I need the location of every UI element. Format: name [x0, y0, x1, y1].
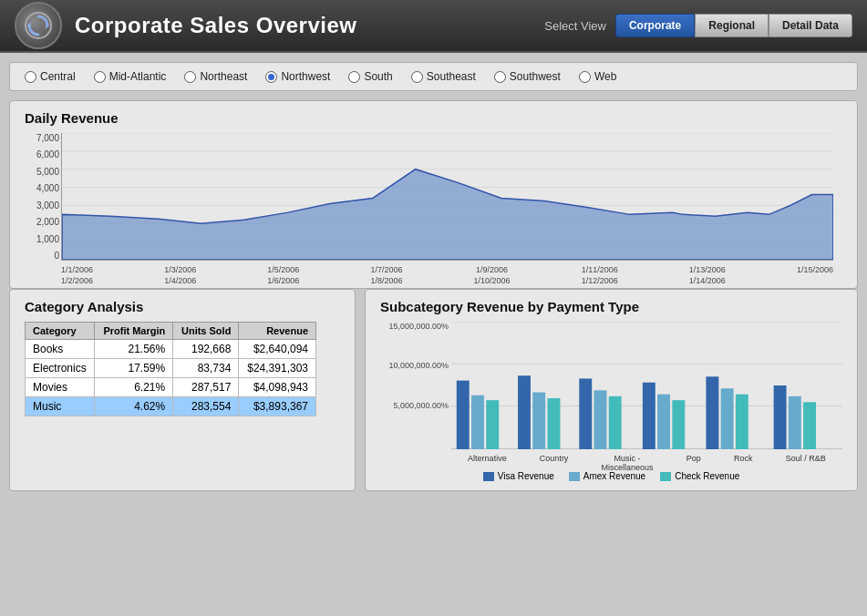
tab-south[interactable]: South	[348, 70, 392, 83]
revenue-line-chart	[61, 133, 833, 261]
y-axis-labels: 7,000 6,000 5,000 4,000 3,000 2,000 1,00…	[25, 133, 59, 261]
radio-central	[25, 71, 36, 83]
col-units-sold: Units Sold	[173, 323, 239, 340]
main-content: Central Mid-Atlantic Northeast Northwest…	[0, 53, 867, 616]
y-bar-label-15m: 15,000,000.00%	[380, 322, 449, 331]
view-btn-regional[interactable]: Regional	[695, 14, 769, 37]
svg-rect-15	[457, 381, 470, 449]
x-label-6: 1/11/2006 1/12/2006	[582, 265, 618, 286]
cell-category: Movies	[26, 378, 95, 397]
svg-rect-25	[657, 395, 670, 449]
svg-rect-31	[789, 396, 801, 449]
svg-marker-10	[62, 169, 833, 260]
bar-chart-area: 15,000,000.00% 10,000,000.00% 5,000,000.…	[380, 322, 842, 467]
daily-revenue-title: Daily Revenue	[25, 110, 842, 126]
cell-revenue: $4,098,943	[239, 378, 316, 397]
table-row[interactable]: Movies 6.21% 287,517 $4,098,943	[26, 378, 316, 397]
svg-rect-28	[721, 388, 734, 449]
svg-rect-16	[471, 395, 484, 449]
cell-revenue: $24,391,303	[239, 359, 316, 378]
legend-amex-color	[569, 472, 580, 481]
svg-rect-18	[518, 375, 531, 449]
tab-southwest[interactable]: Southwest	[494, 70, 561, 83]
x-label-2: 1/3/2006 1/4/2006	[164, 265, 196, 286]
tab-southwest-label: Southwest	[510, 70, 561, 83]
cell-revenue: $2,640,094	[239, 340, 316, 359]
cell-profit-margin: 21.56%	[95, 340, 173, 359]
svg-rect-17	[486, 400, 499, 449]
y-label-4000: 4,000	[25, 183, 59, 193]
tab-central-label: Central	[40, 70, 76, 83]
radio-southeast	[411, 71, 423, 83]
tab-south-label: South	[364, 70, 392, 83]
subcategory-bar-chart	[451, 322, 842, 449]
radio-midatlantic	[94, 71, 106, 83]
logo-icon	[24, 11, 53, 40]
x-label-7: 1/13/2006 1/14/2006	[689, 265, 726, 286]
y-bar-label-5m: 5,000,000.00%	[380, 401, 449, 410]
app-header: Corporate Sales Overview Select View Cor…	[0, 0, 867, 53]
legend-amex-label: Amex Revenue	[583, 471, 645, 481]
y-label-3000: 3,000	[25, 200, 59, 210]
table-row[interactable]: Electronics 17.59% 83,734 $24,391,303	[26, 359, 316, 378]
category-analysis-panel: Category Analysis Category Profit Margin…	[9, 289, 356, 491]
tab-southeast[interactable]: Southeast	[411, 70, 476, 83]
x-label-4: 1/7/2006 1/8/2006	[370, 265, 402, 286]
select-view-label: Select View	[544, 19, 606, 33]
y-label-5000: 5,000	[25, 167, 59, 177]
daily-revenue-panel: Daily Revenue 7,000 6,000 5,000 4,000 3,…	[9, 100, 858, 289]
tab-midatlantic-label: Mid-Atlantic	[109, 70, 167, 83]
tab-midatlantic[interactable]: Mid-Atlantic	[94, 70, 167, 83]
radio-southwest	[494, 71, 506, 83]
svg-rect-21	[579, 378, 592, 449]
svg-rect-32	[803, 402, 816, 449]
y-label-0: 0	[25, 251, 59, 261]
tab-northwest[interactable]: Northwest	[265, 70, 330, 83]
legend-visa-label: Visa Revenue	[498, 471, 554, 481]
bar-y-labels: 15,000,000.00% 10,000,000.00% 5,000,000.…	[380, 322, 449, 440]
x-label-country: Country	[540, 454, 569, 472]
bottom-panels: Category Analysis Category Profit Margin…	[9, 289, 858, 491]
tab-northeast[interactable]: Northeast	[184, 70, 247, 83]
x-label-soul: Soul / R&B	[786, 454, 826, 472]
subcategory-revenue-panel: Subcategory Revenue by Payment Type 15,0…	[365, 289, 858, 491]
cell-category: Electronics	[26, 359, 95, 378]
subcategory-revenue-title: Subcategory Revenue by Payment Type	[380, 299, 842, 314]
x-label-3: 1/5/2006 1/6/2006	[267, 265, 299, 286]
radio-northwest	[265, 71, 277, 83]
svg-rect-24	[643, 383, 655, 449]
table-row[interactable]: Books 21.56% 192,668 $2,640,094	[26, 340, 316, 359]
cell-profit-margin: 4.62%	[95, 397, 173, 416]
daily-revenue-chart: 7,000 6,000 5,000 4,000 3,000 2,000 1,00…	[61, 133, 833, 279]
x-label-8: 1/15/2006	[797, 265, 833, 286]
view-btn-corporate[interactable]: Corporate	[615, 14, 695, 37]
svg-rect-20	[548, 398, 561, 449]
tab-web[interactable]: Web	[579, 70, 616, 83]
svg-rect-19	[532, 393, 545, 449]
table-row-highlighted[interactable]: Music 4.62% 283,554 $3,893,367	[26, 397, 316, 416]
x-label-5: 1/9/2006 1/10/2006	[474, 265, 511, 286]
cell-units-sold: 192,668	[173, 340, 239, 359]
svg-rect-22	[594, 390, 607, 449]
cell-revenue: $3,893,367	[239, 397, 316, 416]
cell-units-sold: 287,517	[173, 378, 239, 397]
x-label-1: 1/1/2006 1/2/2006	[61, 265, 93, 286]
radio-northeast	[184, 71, 196, 83]
x-axis-labels: 1/1/2006 1/2/2006 1/3/2006 1/4/2006 1/5/…	[61, 265, 833, 286]
svg-rect-30	[774, 385, 787, 449]
category-analysis-title: Category Analysis	[25, 299, 340, 314]
cell-category: Music	[26, 397, 95, 416]
tab-southeast-label: Southeast	[427, 70, 476, 83]
legend-visa-color	[483, 472, 494, 481]
app-logo	[15, 2, 62, 49]
page-title: Corporate Sales Overview	[75, 13, 544, 38]
y-label-7000: 7,000	[25, 133, 59, 143]
cell-category: Books	[26, 340, 95, 359]
chart-legend: Visa Revenue Amex Revenue Check Revenue	[380, 471, 842, 481]
x-label-pop: Pop	[686, 454, 701, 472]
legend-amex: Amex Revenue	[569, 471, 645, 481]
svg-rect-26	[672, 400, 685, 449]
tab-central[interactable]: Central	[25, 70, 76, 83]
col-category: Category	[26, 323, 95, 340]
view-btn-detail[interactable]: Detail Data	[769, 14, 852, 37]
